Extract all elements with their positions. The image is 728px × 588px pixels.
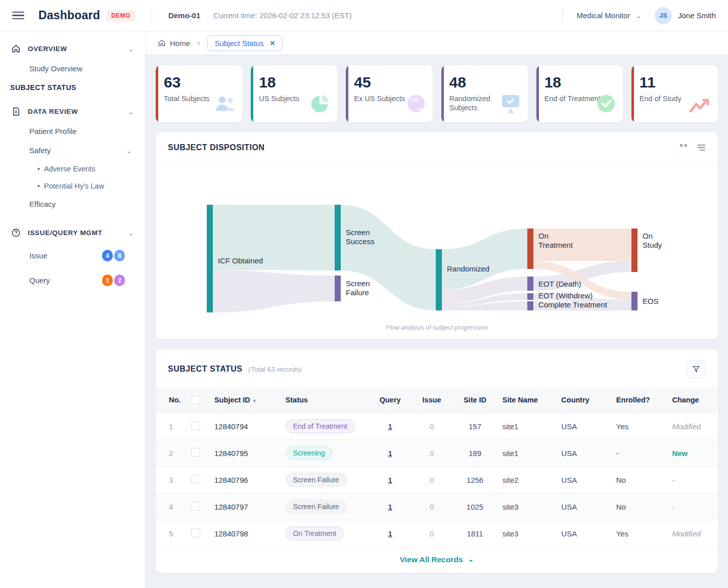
table-row[interactable]: 3 12840796 Screen Failure 1 0 1256 site2…	[156, 467, 718, 493]
issue-count-badge[interactable]: 4	[102, 250, 113, 261]
demo-badge: DEMO	[106, 10, 135, 21]
kpi-card-end-of-study[interactable]: 11 End of Study	[631, 65, 718, 122]
sidebar-item-subject-status[interactable]: SUBJECT STATUS	[0, 78, 145, 97]
column-header-issue[interactable]: Issue	[411, 387, 452, 413]
tab-subject-status[interactable]: Subject Status ✕	[207, 35, 283, 51]
subject-id-cell: 12840794	[209, 413, 281, 440]
column-header-enrolled[interactable]: Enrolled?	[611, 387, 667, 413]
context-menu-icon[interactable]	[697, 144, 706, 151]
flow-icf-screen-failure[interactable]	[213, 270, 335, 312]
chevron-down-icon[interactable]: ⌄	[635, 12, 642, 19]
kpi-card-total-subjects[interactable]: 63 Total Subjects	[156, 65, 242, 122]
column-header-no[interactable]: No.	[156, 387, 186, 413]
kpi-card-end-of-treatment[interactable]: 18 End of Treatment	[536, 65, 623, 122]
sidebar-item-adverse-events[interactable]: • Adverse Events	[0, 160, 145, 177]
kpi-accent-bar	[536, 65, 539, 122]
avatar[interactable]: JS	[655, 7, 672, 24]
kpi-accent-bar	[156, 65, 158, 122]
chevron-down-icon[interactable]: ⌄	[126, 147, 132, 155]
sidebar-item-patient-profile[interactable]: Patient Profile	[0, 122, 145, 141]
query-link[interactable]: 1	[388, 529, 392, 538]
sankey-label-on-treatment: Treatment	[538, 241, 573, 249]
sankey-chart[interactable]: ICF Obtained Screen Success Screen Failu…	[156, 163, 718, 320]
page-title: Dashboard	[38, 9, 100, 22]
query-link[interactable]: 1	[388, 503, 392, 511]
query-count-badge[interactable]: 1	[102, 275, 113, 286]
sidebar-item-study-overview[interactable]: Study Overview	[0, 59, 145, 78]
view-all-records-button[interactable]: View All Records ⌄	[400, 555, 474, 564]
site-name-cell: site2	[497, 467, 557, 493]
row-checkbox[interactable]	[191, 502, 200, 511]
bullet-icon: •	[37, 182, 40, 190]
row-checkbox[interactable]	[191, 448, 200, 457]
column-header-query[interactable]: Query	[369, 387, 411, 413]
sankey-label-screen-success: Screen	[346, 228, 370, 237]
kpi-value: 18	[259, 74, 329, 91]
query-link[interactable]: 1	[388, 476, 392, 484]
sort-caret-icon[interactable]: ▾	[253, 398, 256, 403]
kpi-card-randomized-subjects[interactable]: 48 Randomized Subjects	[441, 65, 528, 122]
sankey-node-eot-withdrew[interactable]	[527, 293, 533, 300]
country-cell: USA	[556, 493, 611, 520]
column-header-status[interactable]: Status	[281, 387, 370, 413]
expand-icon[interactable]	[679, 144, 688, 152]
issue-count: 0	[411, 467, 452, 493]
tab-label: Subject Status	[215, 39, 264, 48]
role-selector[interactable]: Medical Monitor	[577, 11, 630, 20]
site-id-cell: 1025	[452, 493, 497, 520]
sankey-node-complete-treatment[interactable]	[527, 301, 533, 310]
sankey-node-icf-obtained[interactable]	[207, 205, 213, 312]
breadcrumb-home[interactable]: Home	[158, 39, 190, 48]
query-count-badge[interactable]: 2	[114, 275, 125, 286]
help-circle-icon	[11, 228, 21, 238]
select-all-checkbox[interactable]	[191, 395, 200, 404]
row-number: 3	[156, 467, 186, 493]
sidebar-section-overview[interactable]: OVERVIEW ⌄	[0, 38, 145, 59]
column-header-country[interactable]: Country	[556, 387, 611, 413]
column-header-change[interactable]: Change	[667, 387, 718, 413]
table-panel-header: SUBJECT STATUS (Total 63 records)	[156, 349, 718, 387]
query-link[interactable]: 1	[388, 422, 392, 431]
kpi-card-ex-us-subjects[interactable]: 45 Ex US Subjects	[346, 65, 432, 122]
kpi-row: 63 Total Subjects 18 US Subjects	[156, 65, 718, 122]
sidebar-section-data-review[interactable]: DATA REVIEW ⌄	[0, 101, 145, 122]
column-header-select[interactable]	[186, 387, 209, 413]
hamburger-menu-icon[interactable]	[12, 12, 24, 20]
sidebar-item-potential-hys-law[interactable]: • Potential Hy's Law	[0, 177, 145, 195]
column-header-site-name[interactable]: Site Name	[497, 387, 557, 413]
query-link[interactable]: 1	[388, 449, 392, 458]
kpi-card-us-subjects[interactable]: 18 US Subjects	[251, 65, 337, 122]
sankey-node-on-treatment[interactable]	[527, 229, 533, 269]
chevron-down-icon[interactable]: ⌄	[128, 108, 134, 116]
chevron-down-icon[interactable]: ⌄	[128, 45, 134, 53]
row-checkbox[interactable]	[191, 475, 200, 484]
change-cell: -	[667, 467, 718, 493]
issue-count-badge[interactable]: 8	[114, 250, 125, 261]
chevron-down-icon[interactable]: ⌄	[128, 229, 134, 237]
country-cell: USA	[556, 520, 611, 547]
top-header: Dashboard DEMO Demo-01 Current time: 202…	[0, 0, 728, 31]
issue-count: 0	[411, 493, 452, 520]
filter-button[interactable]	[687, 360, 706, 378]
table-row[interactable]: 5 12840798 On Treatment 1 0 1811 site3 U…	[156, 520, 718, 547]
sankey-node-randomized[interactable]	[436, 249, 442, 310]
sankey-node-screen-success[interactable]	[335, 205, 341, 270]
sidebar-item-query[interactable]: Query 1 2	[0, 268, 145, 293]
country-cell: USA	[556, 440, 611, 467]
table-row[interactable]: 1 12840794 End of Treatment 1 0 157 site…	[156, 413, 718, 440]
sankey-node-eos[interactable]	[631, 292, 638, 310]
sankey-node-on-study[interactable]	[631, 229, 638, 272]
sidebar-item-safety[interactable]: Safety ⌄	[0, 141, 145, 160]
row-checkbox[interactable]	[191, 421, 200, 430]
column-header-subject-id[interactable]: Subject ID▾	[209, 387, 281, 413]
close-icon[interactable]: ✕	[269, 39, 275, 47]
sidebar-section-issue-query-mgmt[interactable]: ISSUE/QUERY MGMT ⌄	[0, 222, 145, 243]
sankey-node-eot-death[interactable]	[527, 277, 533, 291]
row-checkbox[interactable]	[191, 528, 200, 537]
sankey-node-screen-failure[interactable]	[335, 276, 341, 301]
table-row[interactable]: 4 12840797 Screen Failure 1 0 1025 site3…	[156, 493, 718, 520]
sidebar-item-issue[interactable]: Issue 4 8	[0, 243, 145, 268]
column-header-site-id[interactable]: Site ID	[452, 387, 497, 413]
sidebar-item-efficacy[interactable]: Efficacy	[0, 195, 145, 213]
table-row[interactable]: 2 12840795 Screening 1 0 189 site1 USA -	[156, 440, 718, 467]
